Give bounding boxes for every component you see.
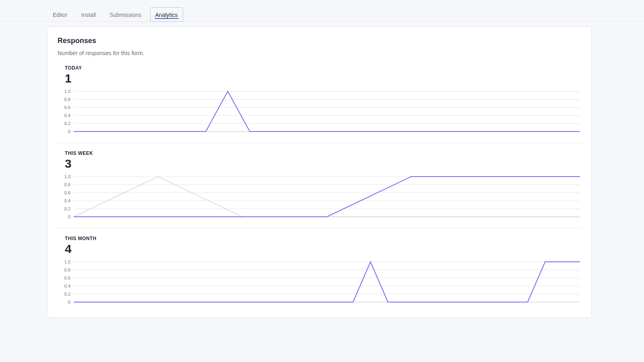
chart-series-current (74, 262, 580, 302)
tab-analytics[interactable]: Analytics (150, 7, 183, 22)
svg-text:1.0: 1.0 (64, 174, 70, 179)
svg-text:0.6: 0.6 (64, 276, 70, 280)
chart-series-previous (74, 177, 580, 217)
card-title: Responses (58, 37, 582, 45)
tab-install[interactable]: Install (76, 7, 101, 22)
tab-editor[interactable]: Editor (47, 7, 73, 22)
svg-text:0.4: 0.4 (64, 113, 70, 118)
tab-submissions[interactable]: Submissions (104, 7, 147, 22)
chart-this-week: 00.20.40.60.81.0 (58, 173, 582, 221)
svg-text:0.8: 0.8 (64, 267, 70, 272)
svg-text:0.4: 0.4 (64, 198, 70, 203)
stat-this-month-value: 4 (65, 242, 582, 255)
chart-today: 00.20.40.60.81.0 (58, 87, 582, 136)
svg-text:0.8: 0.8 (64, 182, 70, 187)
svg-text:0.8: 0.8 (64, 97, 70, 102)
svg-text:0.2: 0.2 (64, 206, 70, 211)
svg-text:1.0: 1.0 (64, 259, 70, 264)
stat-this-week: THIS WEEK 3 00.20.40.60.81.0 (58, 150, 582, 228)
stat-this-month: THIS MONTH 4 00.20.40.60.81.0 (58, 236, 582, 313)
svg-text:0.2: 0.2 (64, 292, 70, 296)
stat-today-value: 1 (65, 72, 582, 85)
chart-series-current (74, 177, 580, 217)
svg-text:0.6: 0.6 (64, 190, 70, 195)
responses-card: Responses Number of responses for this f… (47, 27, 592, 318)
card-subtitle: Number of responses for this form. (58, 50, 582, 56)
svg-text:0: 0 (68, 300, 70, 304)
stat-this-week-value: 3 (65, 157, 582, 170)
stat-today: TODAY 1 00.20.40.60.81.0 (58, 65, 582, 143)
svg-text:0.4: 0.4 (64, 284, 70, 288)
svg-text:0: 0 (68, 129, 70, 134)
svg-text:0.6: 0.6 (64, 105, 70, 110)
tab-bar: Editor Install Submissions Analytics (0, 7, 644, 22)
svg-text:0: 0 (68, 214, 70, 219)
chart-series-current (74, 91, 580, 132)
svg-text:1.0: 1.0 (64, 89, 70, 94)
svg-text:0.2: 0.2 (64, 121, 70, 126)
chart-this-month: 00.20.40.60.81.0 (58, 258, 582, 306)
stat-today-label: TODAY (65, 65, 582, 71)
stat-this-month-label: THIS MONTH (65, 236, 582, 241)
stat-this-week-label: THIS WEEK (65, 150, 582, 156)
